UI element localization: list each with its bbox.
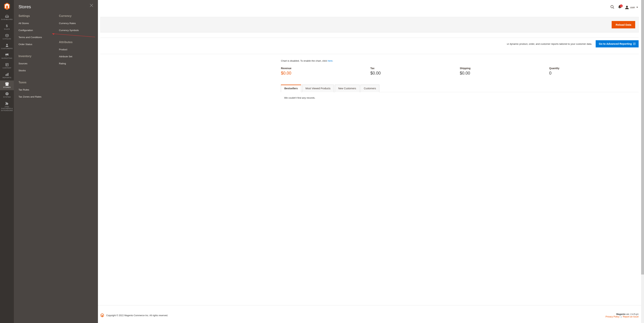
nav-catalog[interactable]: CATALOG — [0, 32, 14, 42]
status-banner: Reload Data — [100, 17, 638, 32]
nav-label: MARKETING — [2, 57, 12, 59]
nav-label: SYSTEM — [3, 96, 10, 98]
link-sources[interactable]: Sources — [18, 62, 52, 65]
stat-label: Quantity — [549, 67, 638, 70]
nav-label: REPORTS — [2, 77, 11, 78]
stats-row: Revenue $0.00 Tax $0.00 Shipping $0.00 — [281, 67, 638, 76]
link-attribute-set[interactable]: Attribute Set — [59, 55, 92, 58]
svg-point-14 — [626, 6, 628, 8]
nav-label: CATALOG — [3, 38, 11, 40]
dashboard-icon — [5, 14, 9, 18]
stat-label: Revenue — [281, 67, 370, 70]
admin-sidebar: DASHBOARD $ SALES CATALOG CUSTOMERS MARK… — [0, 0, 14, 323]
svg-rect-7 — [8, 73, 8, 76]
privacy-link[interactable]: Privacy Policy — [606, 316, 620, 318]
link-configuration[interactable]: Configuration — [18, 29, 52, 32]
section-attributes: Attributes — [59, 40, 92, 44]
chart-msg-period: . — [332, 60, 333, 62]
nav-stores[interactable]: STORES — [0, 80, 14, 90]
store-icon — [5, 82, 9, 86]
nav-label: CONTENT — [2, 67, 11, 69]
person-icon — [5, 44, 9, 47]
stat-value: $0.00 — [281, 71, 370, 76]
advanced-reporting-button[interactable]: Go to Advanced Reporting — [596, 40, 638, 48]
chart-disabled-message: Chart is disabled. To enable the chart, … — [281, 60, 638, 62]
nav-label: STORES — [3, 86, 10, 88]
stat-quantity: Quantity 0 — [549, 67, 638, 76]
nav-content[interactable]: CONTENT — [0, 61, 14, 71]
reload-data-button[interactable]: Reload Data — [612, 21, 635, 28]
stat-label: Tax — [370, 67, 460, 70]
stat-shipping: Shipping $0.00 — [460, 67, 549, 76]
dollar-icon: $ — [5, 24, 9, 28]
section-taxes: Taxes — [18, 81, 52, 84]
nav-label: DASHBOARD — [1, 18, 13, 20]
link-currency-rates[interactable]: Currency Rates — [59, 22, 92, 24]
link-tax-rules[interactable]: Tax Rules — [18, 88, 52, 91]
reporting-description: ur dynamic product, order, and customer … — [507, 40, 592, 48]
scrollbar[interactable] — [641, 0, 644, 323]
svg-point-12 — [611, 6, 613, 8]
link-rating[interactable]: Rating — [59, 62, 92, 65]
tab-new-customers[interactable]: New Customers — [335, 84, 360, 92]
enable-chart-link[interactable]: here — [328, 60, 332, 62]
tab-bestsellers[interactable]: Bestsellers — [281, 84, 301, 92]
stat-value: $0.00 — [370, 71, 460, 76]
link-order-status[interactable]: Order Status — [18, 43, 52, 46]
dashboard-body: Chart is disabled. To enable the chart, … — [100, 54, 638, 109]
link-stocks[interactable]: Stocks — [18, 69, 52, 72]
puzzle-icon — [5, 102, 9, 105]
nav-partners[interactable]: FIND PARTNERS & EXTENSIONS — [0, 100, 14, 113]
svg-point-1 — [6, 44, 8, 45]
stores-flyout: Stores Settings All Stores Configuration… — [14, 0, 98, 323]
report-link[interactable]: Report an Issue — [623, 316, 638, 318]
tabs: Bestsellers Most Viewed Products New Cus… — [281, 84, 638, 92]
nav-dashboard[interactable]: DASHBOARD — [0, 12, 14, 22]
svg-rect-6 — [7, 74, 7, 76]
nav-marketing[interactable]: MARKETING — [0, 52, 14, 61]
section-settings: Settings — [18, 14, 52, 18]
close-icon[interactable] — [90, 4, 93, 8]
main-content: 1 user Reload Data ur dynamic product, o… — [98, 0, 644, 323]
version: ver. 2.4.5-p1 — [626, 313, 638, 316]
section-currency: Currency — [59, 14, 92, 18]
svg-line-13 — [613, 8, 614, 8]
stat-revenue: Revenue $0.00 — [281, 67, 370, 76]
link-terms[interactable]: Terms and Conditions — [18, 36, 52, 38]
stat-label: Shipping — [460, 67, 549, 70]
copyright: Copyright © 2022 Magento Commerce Inc. A… — [106, 314, 168, 317]
nav-label: CUSTOMERS — [1, 48, 12, 50]
user-icon — [625, 6, 629, 9]
nav-system[interactable]: SYSTEM — [0, 90, 14, 100]
nav-label: FIND PARTNERS & EXTENSIONS — [1, 106, 13, 112]
stat-value: $0.00 — [460, 71, 549, 76]
nav-sales[interactable]: $ SALES — [0, 22, 14, 32]
advanced-reporting-section: ur dynamic product, order, and customer … — [100, 38, 638, 54]
flyout-title: Stores — [18, 4, 92, 9]
link-product[interactable]: Product — [59, 48, 92, 51]
layout-icon — [5, 63, 9, 66]
link-tax-zones[interactable]: Tax Zones and Rates — [18, 96, 52, 98]
link-currency-symbols[interactable]: Currency Symbols — [59, 29, 92, 32]
svg-text:$: $ — [6, 24, 8, 28]
user-menu[interactable]: user — [625, 6, 638, 9]
search-icon[interactable] — [610, 5, 614, 10]
megaphone-icon — [5, 53, 9, 57]
tab-most-viewed[interactable]: Most Viewed Products — [302, 84, 334, 92]
chart-msg-text: Chart is disabled. To enable the chart, … — [281, 60, 328, 62]
magento-logo-small — [100, 313, 104, 318]
nav-reports[interactable]: REPORTS — [0, 71, 14, 80]
product-name: Magento — [616, 313, 626, 316]
admin-footer: Copyright © 2022 Magento Commerce Inc. A… — [98, 305, 641, 323]
nav-customers[interactable]: CUSTOMERS — [0, 42, 14, 52]
svg-rect-5 — [6, 74, 6, 76]
tab-customers[interactable]: Customers — [360, 84, 380, 92]
nav-label: SALES — [4, 28, 10, 30]
username: user — [630, 6, 635, 9]
external-link-icon — [633, 43, 636, 45]
notifications-icon[interactable]: 1 — [618, 5, 622, 10]
link-all-stores[interactable]: All Stores — [18, 22, 52, 24]
chevron-down-icon — [636, 7, 638, 8]
magento-logo[interactable] — [0, 0, 14, 12]
tab-content: We couldn't find any records. — [281, 92, 638, 104]
